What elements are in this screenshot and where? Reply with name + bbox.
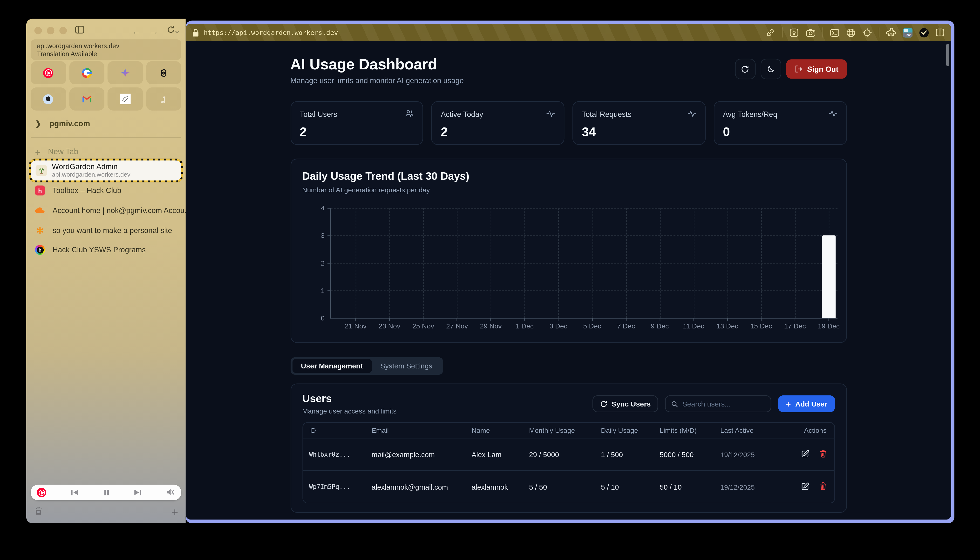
sync-users-button[interactable]: Sync Users xyxy=(592,395,658,412)
sidebar-tab-wordgarden-admin[interactable]: WordGarden Admin api.wordgarden.workers.… xyxy=(31,160,181,180)
x-axis-tick: 21 Nov xyxy=(345,322,366,330)
add-user-button[interactable]: + Add User xyxy=(778,395,835,412)
search-icon xyxy=(671,400,678,407)
tick-mark xyxy=(457,318,457,321)
pause-button[interactable] xyxy=(104,487,109,498)
tick-mark xyxy=(558,318,559,321)
favorite-sketch-2[interactable] xyxy=(146,87,181,111)
edit-user-button[interactable] xyxy=(801,482,809,492)
terminal-icon[interactable] xyxy=(830,28,840,37)
favorite-gmail[interactable] xyxy=(69,87,104,111)
user-monthly-usage: 29 / 5000 xyxy=(523,451,595,458)
tick-mark xyxy=(389,318,390,321)
sidebar-url-box[interactable]: api.wordgarden.workers.dev Translation A… xyxy=(31,39,181,60)
gridline xyxy=(491,208,492,318)
sidebar-tab-ysws[interactable]: h Hack Club YSWS Programs xyxy=(35,243,145,257)
user-daily-usage: 5 / 10 xyxy=(595,483,654,491)
dark-mode-toggle[interactable] xyxy=(760,59,781,80)
minimize-button[interactable] xyxy=(47,27,54,34)
zoom-button[interactable] xyxy=(59,27,67,34)
stats-row: Total Users 2 Active Today xyxy=(290,101,847,145)
stat-label: Total Requests xyxy=(582,110,632,118)
next-track-button[interactable] xyxy=(134,487,142,498)
x-axis-tick: 19 Dec xyxy=(818,322,840,330)
globe-icon[interactable] xyxy=(846,28,856,37)
new-tab-button[interactable]: + New Tab xyxy=(35,145,78,158)
cloudflare-icon xyxy=(35,205,45,215)
media-controls xyxy=(31,485,181,500)
camera-icon[interactable] xyxy=(806,28,816,37)
user-monthly-usage: 5 / 50 xyxy=(523,483,595,491)
chart-subtitle: Number of AI generation requests per day xyxy=(302,186,430,193)
search-users-field[interactable] xyxy=(665,395,771,412)
chevron-right-icon[interactable]: ❯ xyxy=(35,119,41,128)
sidebar-divider xyxy=(31,137,181,138)
refresh-icon xyxy=(600,400,607,407)
reload-button[interactable] xyxy=(167,25,179,37)
scrollbar-thumb[interactable] xyxy=(946,43,949,66)
clear-history-icon[interactable] xyxy=(34,506,43,518)
back-button[interactable]: ← xyxy=(132,26,141,35)
tw-extension-badge[interactable]: TW xyxy=(903,28,913,37)
tab-system-settings[interactable]: System Settings xyxy=(371,359,441,373)
tab-user-management[interactable]: User Management xyxy=(292,359,371,373)
favorite-sketch-1[interactable] xyxy=(107,87,143,111)
y-axis-tick: 2 xyxy=(321,259,325,267)
y-axis-tick: 3 xyxy=(321,232,325,239)
sidebar-toolbar: ← → xyxy=(35,24,179,37)
media-viewer-icon[interactable] xyxy=(789,28,799,37)
edit-user-button[interactable] xyxy=(801,450,809,459)
tab-title: Hack Club YSWS Programs xyxy=(53,245,146,254)
volume-icon[interactable] xyxy=(166,487,175,498)
gridline xyxy=(727,208,728,318)
gridline xyxy=(525,208,525,318)
user-email: mail@example.com xyxy=(365,451,465,458)
previous-track-button[interactable] xyxy=(71,487,79,498)
sign-out-button[interactable]: Sign Out xyxy=(786,59,846,78)
delete-user-button[interactable] xyxy=(819,482,827,492)
gridline xyxy=(457,208,458,318)
moon-icon xyxy=(767,65,775,73)
url-domain: api.wordgarden.workers.dev xyxy=(37,41,175,50)
sidebar-tab-toolbox[interactable]: h Toolbox – Hack Club xyxy=(35,183,121,197)
table-header-row: ID Email Name Monthly Usage Daily Usage … xyxy=(303,423,834,438)
refresh-button[interactable] xyxy=(735,59,756,80)
tab-title: Account home | nok@pgmiv.com Accou... xyxy=(53,206,191,215)
y-axis-tick: 4 xyxy=(321,204,325,212)
user-name: Alex Lam xyxy=(465,451,523,458)
activity-icon xyxy=(828,109,837,120)
favorite-youtube-music[interactable] xyxy=(31,61,66,84)
sidebar-tab-cloudflare-account[interactable]: Account home | nok@pgmiv.com Accou... xyxy=(35,203,191,217)
link-icon[interactable] xyxy=(766,28,775,37)
favorite-gemini[interactable] xyxy=(107,61,143,84)
split-view-icon[interactable] xyxy=(936,28,944,37)
table-row: Wp7Im5Pq... alexlamnok@gmail.com alexlam… xyxy=(303,470,834,503)
youtube-music-now-playing-icon[interactable] xyxy=(37,488,46,497)
chart-title: Daily Usage Trend (Last 30 Days) xyxy=(302,171,469,183)
favorite-openai[interactable] xyxy=(146,61,181,84)
sidebar-toggle-icon[interactable] xyxy=(75,25,84,37)
sidebar-group-pgmiv[interactable]: ❯ pgmiv.com xyxy=(35,117,90,130)
extensions-puzzle-icon[interactable] xyxy=(886,28,896,37)
tick-mark xyxy=(727,318,728,321)
stat-label: Avg Tokens/Req xyxy=(723,110,777,118)
translation-status: Translation Available xyxy=(37,50,175,58)
gridline xyxy=(660,208,661,318)
favorite-apple[interactable] xyxy=(31,87,66,111)
add-tab-button[interactable]: + xyxy=(171,507,178,516)
sidebar-tab-personal-site[interactable]: so you want to make a personal site xyxy=(35,223,172,237)
users-title: Users xyxy=(302,393,396,405)
crosshair-icon[interactable] xyxy=(863,28,872,37)
tick-mark xyxy=(524,318,525,321)
forward-button[interactable]: → xyxy=(149,26,159,35)
favorite-google[interactable] xyxy=(69,61,104,84)
col-email: Email xyxy=(365,427,465,434)
desktop: ← → api.wordgarden.workers.dev Translati… xyxy=(0,0,980,560)
gridline xyxy=(356,208,356,318)
mushroom-doodle-icon xyxy=(158,94,169,104)
checkmark-extension-icon[interactable] xyxy=(920,28,929,37)
delete-user-button[interactable] xyxy=(819,450,827,459)
search-input[interactable] xyxy=(682,400,765,407)
close-button[interactable] xyxy=(35,27,42,34)
address-url[interactable]: https://api.wordgarden.workers.dev xyxy=(204,29,338,36)
